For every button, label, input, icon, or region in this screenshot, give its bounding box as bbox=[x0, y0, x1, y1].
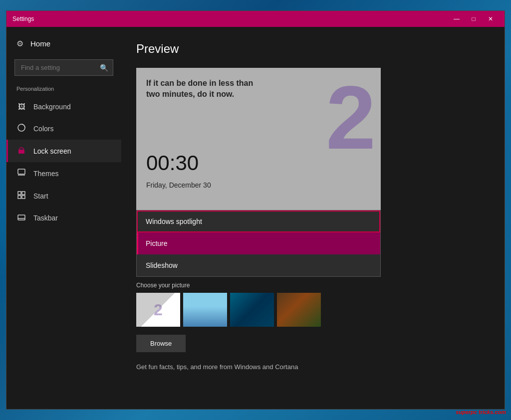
search-input[interactable] bbox=[14, 59, 113, 76]
sidebar-item-themes[interactable]: Themes bbox=[6, 162, 121, 185]
sidebar-item-home[interactable]: ⚙ Home bbox=[6, 32, 121, 55]
svg-rect-3 bbox=[18, 169, 25, 174]
thumbnail-1[interactable]: 2 bbox=[136, 293, 180, 327]
settings-window: Settings — □ ✕ ⚙ Home 🔍 Personalization … bbox=[6, 10, 505, 410]
preview-box: If it can be done in less than two minut… bbox=[136, 68, 381, 210]
thumbnail-2[interactable] bbox=[183, 293, 227, 327]
close-button[interactable]: ✕ bbox=[483, 14, 499, 24]
lock-screen-label: Lock screen bbox=[33, 147, 71, 155]
dropdown-menu: Windows spotlight Picture Slideshow bbox=[136, 210, 381, 277]
thumbnail-4[interactable] bbox=[277, 293, 321, 327]
page-title: Preview bbox=[136, 42, 490, 56]
search-icon: 🔍 bbox=[100, 64, 108, 72]
dropdown-option-slideshow[interactable]: Slideshow bbox=[137, 254, 380, 276]
colors-label: Colors bbox=[33, 125, 53, 133]
preview-quote: If it can be done in less than two minut… bbox=[146, 78, 256, 100]
picture-thumbnails: 2 bbox=[136, 293, 490, 327]
sidebar-item-colors[interactable]: Colors bbox=[6, 117, 121, 140]
svg-rect-9 bbox=[18, 215, 25, 220]
choose-picture-label: Choose your picture bbox=[136, 282, 490, 289]
start-icon bbox=[16, 191, 26, 201]
start-label: Start bbox=[33, 192, 48, 200]
window-content: ⚙ Home 🔍 Personalization 🖼 Background bbox=[6, 27, 505, 409]
home-icon: ⚙ bbox=[16, 39, 23, 48]
svg-rect-1 bbox=[18, 150, 24, 154]
taskbar-label: Taskbar bbox=[33, 214, 58, 222]
lock-screen-icon bbox=[16, 146, 26, 156]
colors-icon bbox=[16, 124, 26, 133]
section-label: Personalization bbox=[6, 84, 121, 96]
watermark: superpc tricks.com bbox=[456, 409, 506, 415]
sidebar-item-lock-screen[interactable]: Lock screen bbox=[6, 140, 121, 162]
thumbnail-3[interactable] bbox=[230, 293, 274, 327]
background-icon: 🖼 bbox=[16, 102, 26, 111]
maximize-button[interactable]: □ bbox=[466, 14, 482, 24]
main-content: Preview If it can be done in less than t… bbox=[121, 27, 505, 409]
themes-icon bbox=[16, 169, 26, 178]
preview-time: 00:30 bbox=[146, 151, 199, 175]
dropdown-option-windows-spotlight[interactable]: Windows spotlight bbox=[137, 210, 380, 232]
sidebar-item-taskbar[interactable]: Taskbar bbox=[6, 207, 121, 228]
info-text: Get fun facts, tips, and more from Windo… bbox=[136, 362, 381, 372]
browse-button[interactable]: Browse bbox=[136, 335, 186, 352]
preview-number: 2 bbox=[326, 73, 376, 163]
sidebar-item-start[interactable]: Start bbox=[6, 185, 121, 207]
window-title: Settings bbox=[12, 15, 449, 22]
sidebar-item-background[interactable]: 🖼 Background bbox=[6, 96, 121, 117]
dropdown-option-picture[interactable]: Picture bbox=[137, 232, 380, 254]
search-box: 🔍 bbox=[14, 59, 113, 76]
sidebar: ⚙ Home 🔍 Personalization 🖼 Background bbox=[6, 27, 121, 409]
home-label: Home bbox=[30, 39, 50, 48]
svg-rect-6 bbox=[22, 192, 25, 195]
minimize-button[interactable]: — bbox=[449, 14, 465, 24]
background-type-dropdown[interactable]: Windows spotlight Picture Slideshow bbox=[136, 210, 381, 277]
svg-rect-7 bbox=[18, 196, 21, 199]
background-label: Background bbox=[33, 103, 71, 111]
window-controls: — □ ✕ bbox=[449, 14, 499, 24]
svg-rect-5 bbox=[18, 192, 21, 195]
themes-label: Themes bbox=[33, 170, 59, 178]
taskbar-icon bbox=[16, 213, 26, 222]
svg-rect-8 bbox=[22, 196, 25, 199]
preview-date: Friday, December 30 bbox=[146, 181, 211, 189]
titlebar: Settings — □ ✕ bbox=[6, 11, 505, 27]
